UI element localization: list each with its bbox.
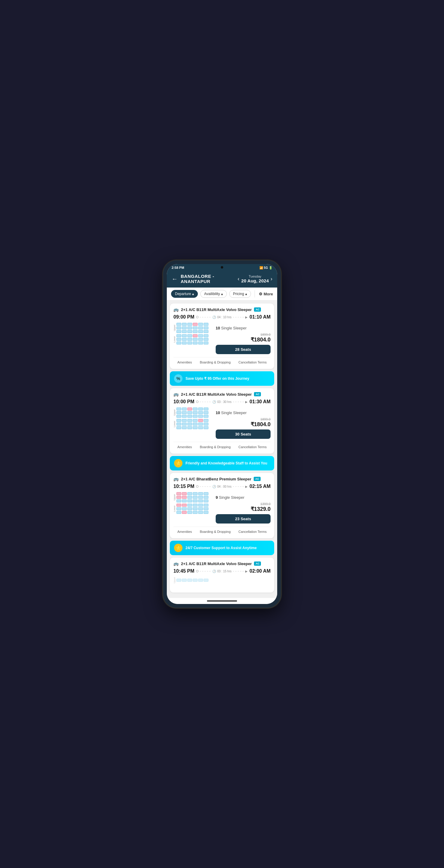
cancellation-tab[interactable]: Cancellation Terms xyxy=(239,361,267,364)
departure-time-4: 10:45 PM xyxy=(173,568,194,574)
more-filters-button[interactable]: ⚙ More xyxy=(259,292,273,296)
bus-icon-4: 🚌 xyxy=(173,561,179,566)
duration-line-4: 🕐 03 : 15 hrs ▶ xyxy=(196,569,248,573)
departure-time-2: 10:00 PM xyxy=(173,399,194,404)
bus-card-4: 🚌 2+1 A/C B11R MultiAxle Volvo Sleeper A… xyxy=(170,558,274,592)
home-indicator xyxy=(167,598,277,604)
pricing-filter[interactable]: Pricing ▴ xyxy=(229,290,251,298)
duration-line-3: 🕐 04 : 00 hrs ▶ xyxy=(196,485,248,488)
arrival-time: 01:10 AM xyxy=(249,314,271,320)
status-icons: 📶 5G 🔋 xyxy=(259,266,272,270)
original-price-3: 1399.0 xyxy=(216,502,271,506)
camera-notch xyxy=(210,264,234,271)
filter-bar: Departure ▴ Availibility ▴ Pricing ▴ ⚙ M… xyxy=(167,287,277,301)
back-button[interactable]: ← xyxy=(172,276,178,282)
cancellation-tab-3[interactable]: Cancellation Terms xyxy=(239,530,267,533)
promo-icon-3: ⭐ xyxy=(174,544,182,552)
discounted-price-3: ₹1329.0 xyxy=(216,506,271,513)
discounted-price: ₹1804.0 xyxy=(216,336,271,343)
single-sleeper-count-2: 10 Single Sleeper xyxy=(216,410,247,415)
filter-divider xyxy=(255,290,255,298)
departure-time: 09:00 PM xyxy=(173,314,194,320)
boarding-tab-2[interactable]: Boarding & Dropping xyxy=(200,445,231,449)
ac-badge-2: AC xyxy=(254,392,261,396)
bus-card-3: 🚌 2+1 A/C BharatBenz Premium Sleeper AC … xyxy=(170,473,274,538)
date-full: 20 Aug, 2024 xyxy=(241,278,269,283)
promo-text-2: Friendly and Knowledgeable Staff to Assi… xyxy=(185,461,267,465)
bus-name-2: 2+1 A/C B11R MultiAxle Volvo Sleeper xyxy=(181,392,251,397)
ac-badge-3: AC xyxy=(254,477,261,481)
promo-text-3: 24/7 Customer Support to Assist Anytime xyxy=(185,546,257,550)
promo-banner-3: ⭐ 24/7 Customer Support to Assist Anytim… xyxy=(170,541,274,555)
original-price: 1899.0 xyxy=(216,333,271,336)
duration-line-2: 🕐 03 : 30 hrs ▶ xyxy=(196,400,248,404)
bus-list: 🚌 2+1 A/C B11R MultiAxle Volvo Sleeper A… xyxy=(167,301,277,598)
cancellation-tab-2[interactable]: Cancellation Terms xyxy=(239,445,267,449)
prev-date-button[interactable]: ‹ xyxy=(238,276,239,282)
promo-banner-1: % Save Upto ₹ 95 Offer on this Journey xyxy=(170,371,274,386)
arrival-time-2: 01:30 AM xyxy=(249,399,271,404)
bus-name: 2+1 A/C B11R MultiAxle Volvo Sleeper xyxy=(181,307,251,312)
book-seats-button-2[interactable]: 30 Seats xyxy=(216,430,271,439)
seat-layout-3: Upper xyxy=(173,492,213,514)
discounted-price-2: ₹1804.0 xyxy=(216,421,271,428)
boarding-tab-3[interactable]: Boarding & Dropping xyxy=(200,530,231,533)
seat-layout-2: Upper xyxy=(173,407,213,429)
amenities-tab-2[interactable]: Amenities xyxy=(177,445,192,449)
arrival-time-3: 02:15 AM xyxy=(249,484,271,489)
single-sleeper-count-3: 9 Single Sleeper xyxy=(216,495,244,500)
duration-line: 🕐 04 : 10 hrs ▶ xyxy=(196,315,248,319)
departure-filter[interactable]: Departure ▴ xyxy=(171,290,198,298)
card-tabs-2: Amenities Boarding & Dropping Cancellati… xyxy=(173,442,271,450)
bus-name-4: 2+1 A/C B11R MultiAxle Volvo Sleeper xyxy=(181,561,251,566)
departure-time-3: 10:15 PM xyxy=(173,484,194,489)
amenities-tab[interactable]: Amenities xyxy=(177,361,192,364)
amenities-tab-3[interactable]: Amenities xyxy=(177,530,192,533)
promo-banner-2: ⭐ Friendly and Knowledgeable Staff to As… xyxy=(170,456,274,470)
bus-icon-3: 🚌 xyxy=(173,476,179,481)
ac-badge-4: AC xyxy=(254,561,261,566)
promo-icon-2: ⭐ xyxy=(174,459,182,467)
filter-icon: ⚙ xyxy=(259,292,262,296)
ac-badge: AC xyxy=(254,307,261,312)
single-sleeper-count: 10 Single Sleeper xyxy=(216,326,247,330)
bus-name-3: 2+1 A/C BharatBenz Premium Sleeper xyxy=(181,477,251,481)
day-label: Tuesday xyxy=(241,275,269,278)
boarding-tab[interactable]: Boarding & Dropping xyxy=(200,361,231,364)
app-header: ← BANGALORE - ANANTAPUR ‹ Tuesday 20 Aug… xyxy=(167,271,277,287)
status-time: 2:58 PM xyxy=(172,266,184,270)
card-tabs: Amenities Boarding & Dropping Cancellati… xyxy=(173,357,271,365)
availability-filter[interactable]: Availibility ▴ xyxy=(200,290,227,298)
bus-card-1: 🚌 2+1 A/C B11R MultiAxle Volvo Sleeper A… xyxy=(170,304,274,369)
bus-icon: 🚌 xyxy=(173,307,179,312)
card-tabs-3: Amenities Boarding & Dropping Cancellati… xyxy=(173,527,271,535)
home-bar xyxy=(207,600,237,601)
bus-icon-2: 🚌 xyxy=(173,392,179,397)
route-title: BANGALORE - ANANTAPUR xyxy=(181,274,235,284)
arrival-time-4: 02:00 AM xyxy=(249,568,271,574)
book-seats-button[interactable]: 28 Seats xyxy=(216,345,271,354)
bus-card-2: 🚌 2+1 A/C B11R MultiAxle Volvo Sleeper A… xyxy=(170,388,274,454)
promo-text-1: Save Upto ₹ 95 Offer on this Journey xyxy=(185,376,249,381)
book-seats-button-3[interactable]: 23 Seats xyxy=(216,514,271,524)
promo-icon-1: % xyxy=(174,374,182,383)
next-date-button[interactable]: › xyxy=(271,276,272,282)
original-price-2: 1899.0 xyxy=(216,417,271,421)
date-navigator: ‹ Tuesday 20 Aug, 2024 › xyxy=(238,275,272,283)
seat-layout: Upper xyxy=(173,323,213,344)
